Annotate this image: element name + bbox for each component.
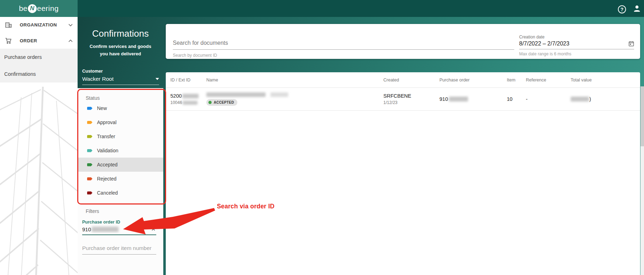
column-header: Purchase order: [439, 78, 507, 82]
confirmations-panel-header: Confirmations Confirm services and goods…: [78, 17, 163, 57]
search-documents-input[interactable]: [173, 40, 514, 50]
status-filter-canceled[interactable]: Canceled: [78, 186, 163, 200]
scrollbar-track[interactable]: [640, 86, 644, 275]
table-header-row: ID / Ext ID Name Created Purchase order …: [166, 72, 640, 88]
creation-date-label: Creation date: [519, 35, 545, 39]
logo-n-icon: N: [28, 4, 37, 13]
scrollbar-thumb[interactable]: [640, 86, 644, 146]
column-header: Item: [507, 78, 526, 82]
sidebar-item-purchase-orders[interactable]: Purchase orders: [0, 49, 78, 66]
annotation-text: Search via order ID: [217, 203, 274, 210]
status-badge: ACCEPTED: [206, 99, 237, 106]
redacted-blur: [182, 94, 199, 98]
redacted-blur: [271, 92, 288, 97]
redacted-blur: [92, 227, 119, 232]
building-icon: [5, 22, 12, 29]
cell-reference: -: [526, 96, 571, 102]
date-range-hint: Max date range is 6 months: [519, 51, 571, 56]
cart-icon: [5, 37, 12, 44]
creation-date-value: 8/7/2022 – 2/7/2023: [519, 41, 569, 47]
status-filter-rejected[interactable]: Rejected: [78, 172, 163, 186]
table-row[interactable]: 5200 10046 ACCEPTED SRFCBENE 1/12/23 910…: [166, 88, 640, 111]
status-filter-new[interactable]: New: [78, 101, 163, 115]
customer-dropdown[interactable]: Customer Wacker Root: [82, 69, 159, 85]
status-filter-transfer[interactable]: Transfer: [78, 129, 163, 143]
sidebar-item-organization[interactable]: ORGANIZATION: [0, 17, 78, 33]
customer-label: Customer: [82, 69, 159, 74]
filters-section-label: Filters: [78, 200, 163, 214]
sidebar-item-label: ORDER: [20, 38, 37, 43]
chevron-up-icon: [68, 38, 73, 43]
date-field-underline: [519, 49, 634, 49]
clear-input-icon[interactable]: ✕: [150, 226, 156, 232]
search-card: Search by document ID Creation date 8/7/…: [166, 24, 640, 59]
status-tag-icon: [87, 191, 92, 195]
column-header: Name: [206, 78, 383, 82]
logo-pre: be: [19, 4, 28, 13]
status-tag-icon: [87, 177, 92, 181]
customer-selected-value: Wacker Root: [82, 76, 114, 82]
sidebar: ORGANIZATION ORDER Purchase orders Confi: [0, 17, 78, 275]
column-header: Created: [383, 78, 439, 82]
status-tag-icon: [87, 107, 92, 110]
redacted-blur: [183, 101, 198, 105]
calendar-icon[interactable]: [628, 41, 634, 48]
status-tag-icon: [87, 135, 92, 138]
chevron-down-icon: [68, 22, 73, 28]
sidebar-item-label: Purchase orders: [4, 54, 42, 60]
order-submenu: Purchase orders Confirmations: [0, 49, 78, 82]
status-dot-icon: [208, 101, 212, 104]
status-tag-icon: [87, 121, 92, 124]
cell-id: 5200 10046: [170, 93, 206, 105]
top-bar: be N eering ?: [0, 0, 644, 17]
column-header: Reference: [526, 78, 571, 82]
redacted-blur: [449, 97, 468, 102]
creation-date-field[interactable]: Creation date 8/7/2022 – 2/7/2023 Max da…: [519, 24, 634, 59]
page-title: Confirmations: [78, 28, 163, 39]
user-account-icon[interactable]: [633, 5, 641, 14]
cell-total-value: ): [571, 96, 640, 102]
cell-name: ACCEPTED: [206, 92, 383, 106]
search-hint: Search by document ID: [173, 53, 217, 58]
purchase-order-id-label: Purchase order ID: [78, 214, 163, 225]
cell-purchase-order: 910: [439, 96, 507, 102]
status-tag-icon: [87, 149, 92, 152]
filter-panel: Status New Approval Transfer Validation …: [78, 88, 163, 275]
logo: be N eering: [0, 0, 78, 17]
status-tag-icon: [87, 163, 92, 166]
status-filter-list: New Approval Transfer Validation Accepte…: [78, 101, 163, 200]
purchase-order-id-input[interactable]: 910 ✕: [82, 226, 156, 235]
status-filter-approval[interactable]: Approval: [78, 115, 163, 129]
sidebar-item-confirmations[interactable]: Confirmations: [0, 66, 78, 82]
sidebar-item-label: Confirmations: [4, 71, 36, 77]
help-icon[interactable]: ?: [618, 5, 626, 13]
sidebar-item-order[interactable]: ORDER: [0, 33, 78, 49]
purchase-order-item-number-input[interactable]: [82, 245, 156, 255]
column-header: Total value: [571, 78, 640, 82]
column-header: ID / Ext ID: [170, 78, 206, 82]
status-filter-validation[interactable]: Validation: [78, 143, 163, 158]
results-table: ID / Ext ID Name Created Purchase order …: [166, 72, 640, 275]
cell-created: SRFCBENE 1/12/23: [383, 93, 439, 105]
dropdown-caret-icon: [156, 78, 159, 80]
cell-item: 10: [507, 96, 526, 102]
logo-text: be N eering: [19, 4, 59, 13]
status-section-label: Status: [78, 88, 163, 101]
status-filter-accepted[interactable]: Accepted: [78, 158, 163, 172]
redacted-blur: [571, 97, 589, 102]
redacted-blur: [206, 92, 266, 97]
building-background-image: [0, 87, 78, 275]
logo-post: eering: [37, 4, 59, 13]
sidebar-item-label: ORGANIZATION: [20, 22, 57, 28]
page-subtitle: Confirm services and goods you have deli…: [88, 43, 153, 57]
